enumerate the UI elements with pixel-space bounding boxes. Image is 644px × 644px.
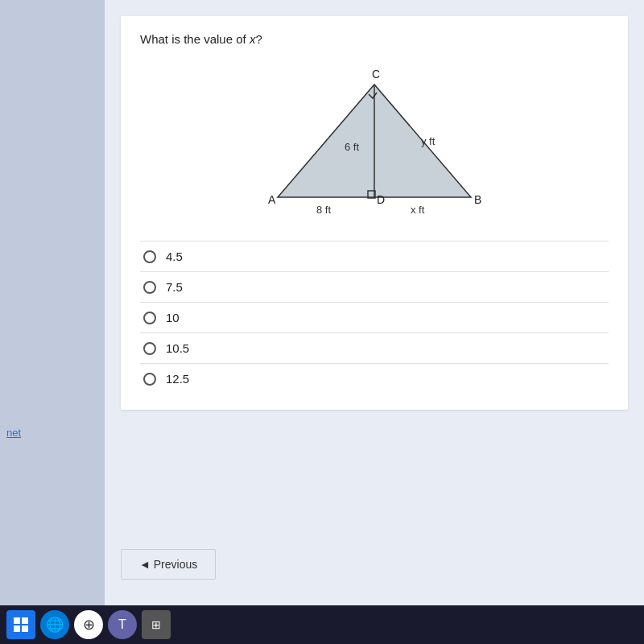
option-label-2: 7.5 (166, 280, 183, 294)
svg-text:B: B (474, 193, 481, 206)
option-item-2[interactable]: 7.5 (140, 271, 609, 302)
diagram-container: A B C D 8 ft x ft 6 ft y ft (140, 60, 609, 221)
radio-3[interactable] (143, 312, 156, 324)
question-card: What is the value of x? (121, 16, 628, 410)
radio-4[interactable] (143, 342, 156, 355)
svg-rect-14 (22, 625, 28, 632)
option-label-1: 4.5 (166, 250, 183, 263)
question-prefix: What is the value of (140, 32, 250, 46)
option-item-5[interactable]: 12.5 (140, 363, 609, 394)
svg-text:D: D (377, 193, 385, 206)
grid-icon[interactable]: ⊞ (142, 610, 171, 639)
radio-5[interactable] (143, 373, 156, 386)
svg-text:x ft: x ft (411, 204, 425, 216)
svg-rect-13 (14, 625, 20, 632)
option-label-4: 10.5 (166, 341, 189, 355)
svg-text:C: C (372, 68, 380, 80)
triangle-diagram: A B C D 8 ft x ft 6 ft y ft (262, 60, 487, 221)
option-item-1[interactable]: 4.5 (140, 241, 609, 271)
option-item-3[interactable]: 10 (140, 302, 609, 332)
question-suffix: ? (255, 32, 262, 46)
svg-text:y ft: y ft (421, 135, 436, 147)
radio-1[interactable] (143, 250, 156, 263)
main-content: What is the value of x? (105, 0, 644, 605)
question-text: What is the value of x? (140, 32, 609, 46)
option-item-4[interactable]: 10.5 (140, 332, 609, 363)
svg-text:6 ft: 6 ft (345, 141, 359, 153)
sidebar-left (0, 0, 105, 605)
option-label-5: 12.5 (166, 372, 189, 386)
net-link[interactable]: net (6, 427, 21, 439)
previous-button[interactable]: ◄ Previous (121, 549, 216, 580)
svg-rect-11 (14, 617, 20, 624)
svg-text:A: A (268, 193, 276, 206)
radio-2[interactable] (143, 281, 156, 294)
svg-rect-12 (22, 617, 28, 624)
chrome-icon[interactable]: ⊕ (74, 610, 103, 639)
edge-icon[interactable]: 🌐 (40, 610, 69, 639)
teams-icon[interactable]: T (108, 610, 137, 639)
option-label-3: 10 (166, 311, 180, 324)
taskbar: 🌐 ⊕ T ⊞ (0, 605, 644, 644)
windows-icon[interactable] (6, 610, 35, 639)
options-list: 4.5 7.5 10 10.5 12.5 (140, 241, 609, 394)
svg-text:8 ft: 8 ft (316, 204, 331, 216)
